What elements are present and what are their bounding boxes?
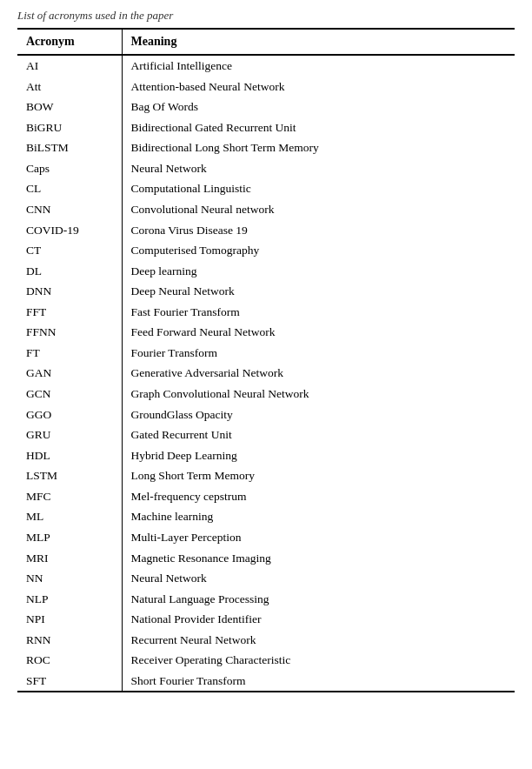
table-row: GRUGated Recurrent Unit <box>17 425 515 445</box>
table-row: AttAttention-based Neural Network <box>17 77 515 97</box>
table-row: CLComputational Linguistic <box>17 178 515 199</box>
meaning-cell: Artificial Intelligence <box>122 55 515 77</box>
table-row: AIArtificial Intelligence <box>17 55 515 77</box>
table-row: MRIMagnetic Resonance Imaging <box>17 548 515 569</box>
table-row: BOWBag Of Words <box>17 97 515 117</box>
meaning-cell: Feed Forward Neural Network <box>122 322 515 343</box>
meaning-cell: Fast Fourier Transform <box>122 302 515 323</box>
acronym-cell: MRI <box>17 548 122 569</box>
table-row: GCNGraph Convolutional Neural Network <box>17 384 515 405</box>
acronym-cell: Caps <box>17 158 122 179</box>
table-row: SFTShort Fourier Transform <box>17 671 515 692</box>
acronym-cell: BiLSTM <box>17 137 122 158</box>
table-row: ROCReceiver Operating Characteristic <box>17 650 515 671</box>
acronym-cell: HDL <box>17 445 122 466</box>
meaning-column-header: Meaning <box>122 30 515 55</box>
table-row: NLPNatural Language Processing <box>17 589 515 610</box>
acronym-cell: MFC <box>17 486 122 507</box>
meaning-cell: Receiver Operating Characteristic <box>122 650 515 671</box>
meaning-cell: Short Fourier Transform <box>122 671 515 692</box>
meaning-cell: Graph Convolutional Neural Network <box>122 384 515 405</box>
table-row: CTComputerised Tomography <box>17 240 515 261</box>
acronym-cell: NPI <box>17 609 122 630</box>
table-row: CapsNeural Network <box>17 158 515 179</box>
acronym-table: Acronym Meaning AIArtificial Intelligenc… <box>17 30 515 691</box>
table-row: FFTFast Fourier Transform <box>17 302 515 323</box>
table-row: BiGRUBidirectional Gated Recurrent Unit <box>17 117 515 138</box>
acronym-cell: CL <box>17 178 122 199</box>
acronym-cell: LSTM <box>17 465 122 486</box>
acronym-cell: BOW <box>17 97 122 117</box>
table-row: MLPMulti-Layer Perception <box>17 527 515 548</box>
table-row: FTFourier Transform <box>17 343 515 364</box>
meaning-cell: Corona Virus Disease 19 <box>122 220 515 241</box>
table-row: HDLHybrid Deep Learning <box>17 445 515 466</box>
table-row: FFNNFeed Forward Neural Network <box>17 322 515 343</box>
table-caption: List of acronyms used in the paper <box>17 9 515 23</box>
meaning-cell: GroundGlass Opacity <box>122 405 515 425</box>
acronym-cell: ROC <box>17 650 122 671</box>
meaning-cell: Deep Neural Network <box>122 281 515 302</box>
table-row: MLMachine learning <box>17 506 515 527</box>
table-row: GGOGroundGlass Opacity <box>17 405 515 425</box>
meaning-cell: Attention-based Neural Network <box>122 77 515 97</box>
acronym-cell: FT <box>17 343 122 364</box>
meaning-cell: Fourier Transform <box>122 343 515 364</box>
table-row: RNNRecurrent Neural Network <box>17 630 515 651</box>
acronym-cell: GRU <box>17 425 122 445</box>
meaning-cell: National Provider Identifier <box>122 609 515 630</box>
meaning-cell: Gated Recurrent Unit <box>122 425 515 445</box>
acronym-cell: Att <box>17 77 122 97</box>
table-row: COVID-19Corona Virus Disease 19 <box>17 220 515 241</box>
table-row: DLDeep learning <box>17 261 515 282</box>
acronym-cell: RNN <box>17 630 122 651</box>
meaning-cell: Magnetic Resonance Imaging <box>122 548 515 569</box>
meaning-cell: Machine learning <box>122 506 515 527</box>
meaning-cell: Bidirectional Gated Recurrent Unit <box>122 117 515 138</box>
acronym-cell: FFNN <box>17 322 122 343</box>
acronym-cell: FFT <box>17 302 122 323</box>
acronym-cell: DNN <box>17 281 122 302</box>
acronym-cell: BiGRU <box>17 117 122 138</box>
acronym-cell: NN <box>17 568 122 589</box>
acronym-cell: MLP <box>17 527 122 548</box>
meaning-cell: Natural Language Processing <box>122 589 515 610</box>
meaning-cell: Bidirectional Long Short Term Memory <box>122 137 515 158</box>
meaning-cell: Generative Adversarial Network <box>122 363 515 384</box>
table-row: DNNDeep Neural Network <box>17 281 515 302</box>
acronym-cell: GGO <box>17 405 122 425</box>
acronym-cell: GAN <box>17 363 122 384</box>
meaning-cell: Bag Of Words <box>122 97 515 117</box>
table-row: NPINational Provider Identifier <box>17 609 515 630</box>
acronym-cell: SFT <box>17 671 122 692</box>
acronym-cell: CNN <box>17 199 122 220</box>
table-body: AIArtificial IntelligenceAttAttention-ba… <box>17 55 515 691</box>
table-row: LSTMLong Short Term Memory <box>17 465 515 486</box>
meaning-cell: Mel-frequency cepstrum <box>122 486 515 507</box>
meaning-cell: Computational Linguistic <box>122 178 515 199</box>
acronym-cell: ML <box>17 506 122 527</box>
meaning-cell: Multi-Layer Perception <box>122 527 515 548</box>
meaning-cell: Convolutional Neural network <box>122 199 515 220</box>
table-row: NNNeural Network <box>17 568 515 589</box>
table-row: CNNConvolutional Neural network <box>17 199 515 220</box>
table-row: BiLSTMBidirectional Long Short Term Memo… <box>17 137 515 158</box>
acronym-column-header: Acronym <box>17 30 122 55</box>
acronym-cell: COVID-19 <box>17 220 122 241</box>
acronym-cell: GCN <box>17 384 122 405</box>
meaning-cell: Hybrid Deep Learning <box>122 445 515 466</box>
meaning-cell: Deep learning <box>122 261 515 282</box>
acronym-table-wrapper: Acronym Meaning AIArtificial Intelligenc… <box>17 28 515 692</box>
table-header-row: Acronym Meaning <box>17 30 515 55</box>
table-row: MFCMel-frequency cepstrum <box>17 486 515 507</box>
acronym-cell: DL <box>17 261 122 282</box>
table-row: GANGenerative Adversarial Network <box>17 363 515 384</box>
meaning-cell: Long Short Term Memory <box>122 465 515 486</box>
acronym-cell: AI <box>17 55 122 77</box>
acronym-cell: CT <box>17 240 122 261</box>
meaning-cell: Neural Network <box>122 158 515 179</box>
meaning-cell: Computerised Tomography <box>122 240 515 261</box>
acronym-cell: NLP <box>17 589 122 610</box>
meaning-cell: Neural Network <box>122 568 515 589</box>
meaning-cell: Recurrent Neural Network <box>122 630 515 651</box>
